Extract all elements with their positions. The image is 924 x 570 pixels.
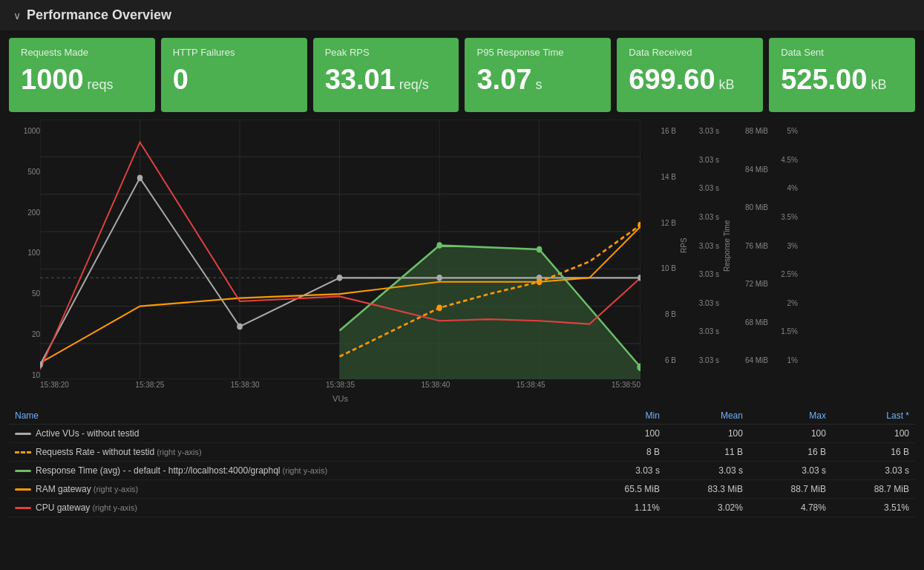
legend-last: 3.03 s [832,462,915,480]
col-name: Name [9,407,583,425]
page-title: Performance Overview [27,7,171,23]
x-tick: 15:38:25 [135,381,164,393]
metric-card-requests-made: Requests Made 1000reqs [9,38,155,112]
table-row: Active VUs - without testid 100 100 100 … [9,425,915,443]
pct-tick: 5% [771,127,798,135]
legend-name: CPU gateway (right y-axis) [9,499,583,517]
rt-tick: 3.03 s [688,299,719,307]
metric-card-data-sent: Data Sent 525.00kB [769,38,915,112]
x-axis-label: VUs [40,394,640,403]
legend-mean: 100 [666,425,749,443]
legend-mean: 3.03 s [666,462,749,480]
rt-tick: 3.03 s [688,242,719,250]
legend-max: 4.78% [749,499,832,517]
svg-point-19 [237,324,243,330]
svg-point-18 [137,174,143,181]
table-row: CPU gateway (right y-axis) 1.11% 3.02% 4… [9,499,915,517]
rps-tick: 12 B [646,219,676,227]
legend-name: Response Time (avg) - - default - http:/… [9,462,583,480]
metric-label: P95 Response Time [476,47,599,58]
legend-mean: 83.3 MiB [666,480,749,499]
legend-max: 100 [749,425,832,443]
y-tick: 1000 [9,127,40,135]
metric-label: HTTP Failures [173,47,295,58]
metric-label: Requests Made [21,47,143,58]
svg-point-20 [337,275,343,281]
legend-min: 65.5 MiB [583,480,666,499]
metric-value: 1000reqs [21,64,143,96]
chevron-icon[interactable]: ∨ [13,10,21,22]
legend-name: RAM gateway (right y-axis) [9,480,583,499]
x-tick: 15:38:20 [40,381,69,393]
svg-point-24 [436,304,442,311]
y-tick: 10 [9,371,40,379]
mib-tick: 64 MiB [731,356,768,364]
legend-mean: 3.02% [666,499,749,517]
metric-value: 0 [173,64,295,96]
table-row: Requests Rate - without testid (right y-… [9,443,915,462]
metric-unit: kB [871,77,886,93]
rps-tick: 10 B [646,264,676,272]
pct-tick: 4% [771,184,798,192]
rps-tick: 6 B [646,356,676,364]
rps-tick: 8 B [646,310,676,318]
rt-axis-label: Response Time [722,127,731,364]
rt-tick: 3.03 s [688,127,719,135]
x-tick: 15:38:50 [612,381,640,393]
col-min: Min [583,407,666,425]
legend-table: Name Min Mean Max Last * Active VUs - wi… [9,407,915,517]
metric-label: Data Sent [781,47,903,58]
svg-point-25 [537,278,543,285]
rt-tick: 3.03 s [688,270,719,278]
y-tick: 500 [9,168,40,176]
metric-value: 525.00kB [781,64,903,96]
mib-tick: 80 MiB [731,203,768,212]
mib-tick: 84 MiB [731,166,768,174]
x-tick: 15:38:45 [517,381,545,393]
legend-last: 88.7 MiB [832,480,915,499]
pct-tick: 2.5% [771,270,798,278]
mib-tick: 72 MiB [731,280,768,288]
y-tick: 20 [9,330,40,338]
metric-label: Data Received [629,47,751,58]
metric-value: 33.01req/s [325,64,448,96]
legend-max: 88.7 MiB [749,480,832,499]
pct-tick: 1.5% [771,327,798,335]
pct-tick: 3.5% [771,213,798,221]
legend-max: 3.03 s [749,462,832,480]
rt-tick: 3.03 s [688,356,719,364]
mib-tick: 88 MiB [731,127,768,135]
metric-card-p95-response-time: P95 Response Time 3.07s [465,38,611,112]
legend-min: 1.11% [583,499,666,517]
metric-label: Peak RPS [325,47,448,58]
rt-tick: 3.03 s [688,156,719,164]
svg-marker-15 [340,246,640,379]
metric-card-peak-rps: Peak RPS 33.01req/s [313,38,459,112]
metric-value: 3.07s [476,64,599,96]
rps-axis-label: RPS [679,127,688,364]
metric-unit: kB [719,77,735,93]
x-tick: 15:38:30 [231,381,260,393]
legend-last: 16 B [832,443,915,462]
legend-name: Active VUs - without testid [9,425,583,443]
metric-unit: s [535,77,542,93]
col-last: Last * [832,407,915,425]
legend-name: Requests Rate - without testid (right y-… [9,443,583,462]
metric-unit: reqs [88,77,114,93]
col-max: Max [749,407,832,425]
legend-min: 3.03 s [583,462,666,480]
svg-point-21 [436,275,442,281]
chart-section: 1000 500 200 100 50 20 10 [0,119,924,402]
rt-tick: 3.03 s [688,213,719,221]
mib-tick: 76 MiB [731,242,768,250]
svg-point-27 [436,242,442,249]
mib-tick: 68 MiB [731,318,768,327]
rt-tick: 3.03 s [688,327,719,335]
rt-tick: 3.03 s [688,184,719,192]
x-tick: 15:38:40 [421,381,450,393]
col-mean: Mean [666,407,749,425]
main-chart [40,119,640,379]
metrics-row: Requests Made 1000reqs HTTP Failures 0 P… [0,30,924,119]
svg-point-28 [537,246,543,253]
rps-tick: 14 B [646,173,676,181]
